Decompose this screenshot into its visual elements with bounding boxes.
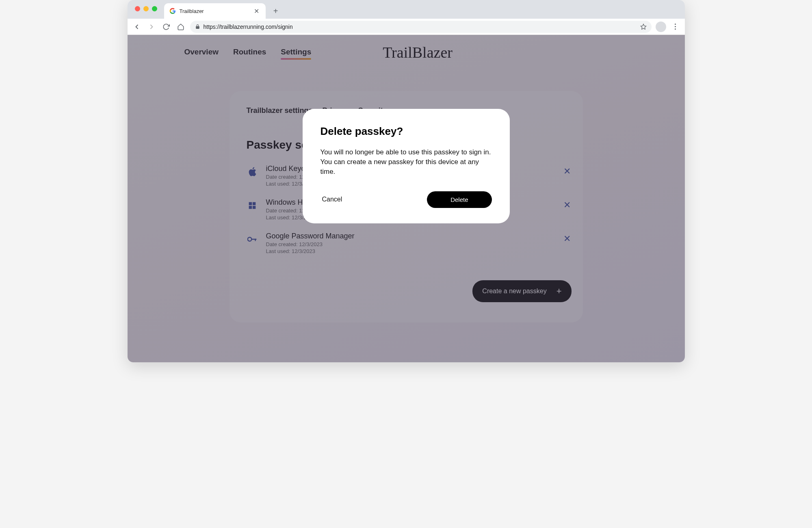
modal-overlay[interactable]: Delete passkey? You will no longer be ab… bbox=[128, 35, 685, 362]
modal-title: Delete passkey? bbox=[320, 125, 492, 138]
browser-window: Trailblazer ✕ + https://trailblazerrunni… bbox=[128, 0, 685, 362]
google-favicon-icon bbox=[169, 7, 176, 15]
tab-strip: Trailblazer ✕ + bbox=[128, 0, 685, 19]
delete-button[interactable]: Delete bbox=[427, 191, 492, 208]
url-text: https://trailblazerrunning.com/signin bbox=[204, 24, 637, 30]
tab-title: Trailblazer bbox=[180, 8, 249, 14]
browser-toolbar: https://trailblazerrunning.com/signin bbox=[128, 19, 685, 35]
modal-body: You will no longer be able to use this p… bbox=[320, 147, 492, 176]
home-button[interactable] bbox=[175, 22, 186, 32]
reload-button[interactable] bbox=[161, 22, 171, 32]
page-content: Overview Routines Settings TrailBlazer T… bbox=[128, 35, 685, 362]
browser-menu-button[interactable] bbox=[670, 22, 681, 32]
forward-button[interactable] bbox=[146, 22, 157, 32]
modal-actions: Cancel Delete bbox=[320, 191, 492, 208]
browser-tab[interactable]: Trailblazer ✕ bbox=[164, 3, 266, 19]
new-tab-button[interactable]: + bbox=[270, 5, 282, 17]
window-maximize-button[interactable] bbox=[152, 6, 157, 11]
window-close-button[interactable] bbox=[135, 6, 140, 11]
lock-icon bbox=[195, 24, 200, 29]
delete-passkey-modal: Delete passkey? You will no longer be ab… bbox=[303, 109, 510, 223]
svg-marker-0 bbox=[641, 24, 646, 29]
window-minimize-button[interactable] bbox=[143, 6, 149, 11]
bookmark-star-icon[interactable] bbox=[640, 24, 647, 30]
address-bar[interactable]: https://trailblazerrunning.com/signin bbox=[190, 21, 652, 33]
tab-close-icon[interactable]: ✕ bbox=[252, 6, 261, 16]
back-button[interactable] bbox=[132, 22, 142, 32]
profile-avatar[interactable] bbox=[656, 22, 666, 32]
cancel-button[interactable]: Cancel bbox=[320, 193, 344, 206]
window-controls bbox=[135, 6, 157, 11]
